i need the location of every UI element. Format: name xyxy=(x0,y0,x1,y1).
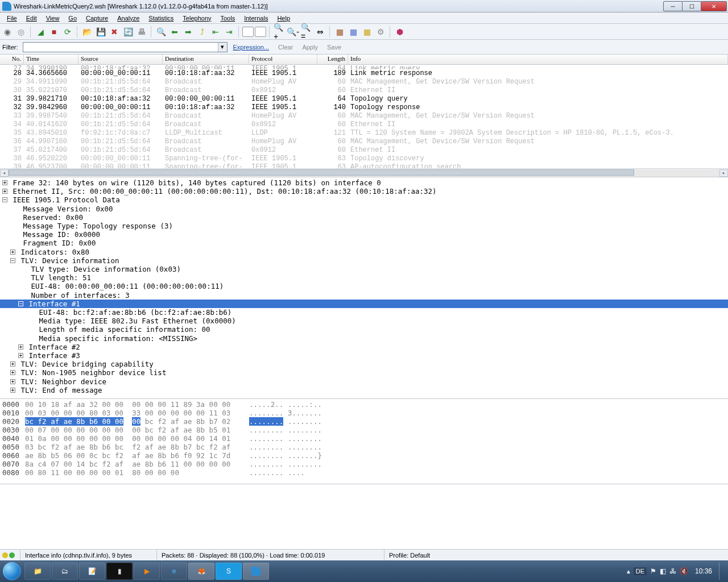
hex-row[interactable]: 008000 80 11 00 00 00 00 01 80 00 00 00 … xyxy=(2,468,726,477)
tree-node[interactable]: EUI-48: 00:00:00_00:00:11 (00:00:00:00:0… xyxy=(0,282,728,290)
resize-columns-icon[interactable]: ⇔ xyxy=(314,26,326,38)
tree-node[interactable]: + Interface #2 xyxy=(0,343,728,351)
zoom-in-icon[interactable]: 🔍+ xyxy=(273,26,286,38)
go-forward-icon[interactable]: ➡ xyxy=(182,26,195,38)
help-icon[interactable]: ⬢ xyxy=(394,26,406,38)
hex-row[interactable]: 003000 07 00 00 00 00 00 00 00 bc f2 af … xyxy=(2,426,726,434)
system-tray[interactable]: ▴ DE ⚑ ◧ 🖧 🔇 10:36 xyxy=(622,563,728,580)
packet-list-pane[interactable]: No. Time Source Destination Protocol Len… xyxy=(0,55,728,177)
tray-lang[interactable]: DE xyxy=(634,567,647,575)
menu-edit[interactable]: Edit xyxy=(22,14,42,23)
toggle-icon[interactable]: + xyxy=(2,189,7,194)
menu-view[interactable]: View xyxy=(42,14,64,23)
interfaces-icon[interactable]: ◉ xyxy=(1,26,14,38)
toggle-icon[interactable]: − xyxy=(18,301,23,306)
toggle-icon[interactable]: + xyxy=(10,250,15,255)
colorize-icon[interactable] xyxy=(242,27,254,37)
tree-node[interactable]: Media type: IEEE 802.3u Fast Ethernet (0… xyxy=(0,317,728,325)
col-time[interactable]: Time xyxy=(24,55,78,64)
task-skype[interactable]: S xyxy=(216,563,242,580)
coloring-rules-icon[interactable]: ▦ xyxy=(361,26,373,38)
tree-node[interactable]: + TLV: Non-1905 neighbor device list xyxy=(0,368,728,377)
packet-list-header[interactable]: No. Time Source Destination Protocol Len… xyxy=(0,55,728,65)
filter-clear-button[interactable]: Clear xyxy=(275,44,296,51)
menu-help[interactable]: Help xyxy=(272,14,295,23)
close-file-icon[interactable]: ✖ xyxy=(108,26,121,38)
scroll-left-icon[interactable]: ◂ xyxy=(0,169,9,177)
tree-node[interactable]: + Interface #3 xyxy=(0,351,728,360)
tree-node[interactable]: + Frame 32: 140 bytes on wire (1120 bits… xyxy=(0,178,728,187)
tray-app-icon[interactable]: ◧ xyxy=(660,567,666,575)
packet-bytes-pane[interactable]: 000000 10 18 af aa 32 00 00 00 00 00 11 … xyxy=(0,399,728,484)
print-icon[interactable]: 🖶 xyxy=(135,26,148,38)
toggle-icon[interactable]: − xyxy=(10,258,15,263)
tree-node[interactable]: EUI-48: bc:f2:af:ae:8b:b6 (bc:f2:af:ae:8… xyxy=(0,308,728,317)
zoom-reset-icon[interactable]: 🔍= xyxy=(300,26,313,38)
show-desktop-button[interactable] xyxy=(719,563,723,580)
maximize-button[interactable]: ☐ xyxy=(682,1,701,11)
start-button[interactable] xyxy=(0,560,24,582)
filter-dropdown-icon[interactable]: ▾ xyxy=(218,43,227,52)
tree-node[interactable]: − TLV: Device information xyxy=(0,256,728,265)
tree-node[interactable]: TLV length: 51 xyxy=(0,273,728,282)
tree-node[interactable]: Reserved: 0x00 xyxy=(0,213,728,222)
col-info[interactable]: Info xyxy=(348,55,728,64)
hex-row[interactable]: 00708a c4 07 00 14 bc f2 af ae 8b b6 11 … xyxy=(2,460,726,468)
tree-node[interactable]: − IEEE 1905.1 Protocol Data xyxy=(0,196,728,204)
menu-go[interactable]: Go xyxy=(64,14,81,23)
filter-expression-button[interactable]: Expression... xyxy=(230,44,273,51)
col-source[interactable]: Source xyxy=(78,55,163,64)
task-media[interactable]: ▶ xyxy=(134,563,160,580)
go-first-icon[interactable]: ⇤ xyxy=(209,26,222,38)
tree-node[interactable]: Number of interfaces: 3 xyxy=(0,291,728,300)
hex-row[interactable]: 001000 03 00 00 00 80 03 00 33 00 00 00 … xyxy=(2,409,726,417)
find-icon[interactable]: 🔍 xyxy=(155,26,167,38)
status-expert[interactable] xyxy=(0,550,20,560)
menu-file[interactable]: File xyxy=(2,14,22,23)
minimize-button[interactable]: ─ xyxy=(663,1,682,11)
packet-row[interactable]: 3035.022107000:1b:21:d5:5d:64Broadcast0x… xyxy=(0,86,728,95)
stop-capture-icon[interactable]: ■ xyxy=(48,26,60,38)
task-cmd[interactable]: ▮ xyxy=(106,563,133,580)
menu-statistics[interactable]: Statistics xyxy=(144,14,178,23)
filter-apply-button[interactable]: Apply xyxy=(299,44,321,51)
menu-internals[interactable]: Internals xyxy=(239,14,272,23)
tree-node[interactable]: + Ethernet II, Src: 00:00:00_00:00:11 (0… xyxy=(0,187,728,196)
hex-row[interactable]: 004001 0a 00 00 00 00 00 00 00 00 00 00 … xyxy=(2,434,726,443)
tray-up-icon[interactable]: ▴ xyxy=(627,567,630,575)
start-capture-icon[interactable]: ◢ xyxy=(34,26,47,38)
zoom-out-icon[interactable]: 🔍- xyxy=(287,26,299,38)
toggle-icon[interactable]: + xyxy=(18,344,23,350)
task-wireshark[interactable] xyxy=(243,563,269,580)
go-back-icon[interactable]: ⬅ xyxy=(168,26,181,38)
menu-analyze[interactable]: Analyze xyxy=(113,14,144,23)
toggle-icon[interactable]: + xyxy=(10,361,15,367)
tree-node[interactable]: Length of media specific information: 00 xyxy=(0,325,728,334)
status-profile[interactable]: Profile: Default xyxy=(384,550,728,560)
tree-node[interactable]: Message Version: 0x00 xyxy=(0,205,728,213)
packet-row[interactable]: 2734.399019000:10:18:af:aa:3200:00:00_00… xyxy=(0,65,728,69)
display-filters-icon[interactable]: ▦ xyxy=(347,26,359,38)
packet-row[interactable]: 3339.998754000:1b:21:d5:5d:64BroadcastHo… xyxy=(0,112,728,120)
tree-node[interactable]: Media specific information: <MISSING> xyxy=(0,334,728,343)
preferences-icon[interactable]: ⚙ xyxy=(374,26,387,38)
packet-row[interactable]: 3139.982171000:10:18:af:aa:3200:00:00_00… xyxy=(0,95,728,103)
menu-telephony[interactable]: Telephony xyxy=(178,14,216,23)
hex-row[interactable]: 0060ae 8b b5 06 00 0c bc f2 af ae 8b b6 … xyxy=(2,451,726,460)
restart-capture-icon[interactable]: ⟳ xyxy=(61,26,74,38)
capture-filters-icon[interactable]: ▦ xyxy=(333,26,346,38)
task-ie[interactable]: e xyxy=(161,563,187,580)
col-no[interactable]: No. xyxy=(0,55,24,64)
tree-node[interactable]: − Interface #1 xyxy=(0,300,728,308)
tree-node[interactable]: TLV type: Device information (0x03) xyxy=(0,265,728,273)
hex-row[interactable]: 005003 bc f2 af ae 8b b6 bc f2 af ae 8b … xyxy=(2,443,726,451)
toggle-icon[interactable]: + xyxy=(10,388,15,393)
packet-row[interactable]: 3543.8945010f0:92:1c:7d:8a:c7LLDP_Multic… xyxy=(0,129,728,138)
packet-details-pane[interactable]: + Frame 32: 140 bytes on wire (1120 bits… xyxy=(0,177,728,399)
tray-clock[interactable]: 10:36 xyxy=(695,567,712,575)
go-to-icon[interactable]: ⤴ xyxy=(196,26,208,38)
packet-row[interactable]: 3239.984296000:00:00_00:00:1100:10:18:af… xyxy=(0,103,728,112)
menu-tools[interactable]: Tools xyxy=(216,14,240,23)
col-length[interactable]: Length xyxy=(317,55,348,64)
task-notepad[interactable]: 📝 xyxy=(79,563,105,580)
